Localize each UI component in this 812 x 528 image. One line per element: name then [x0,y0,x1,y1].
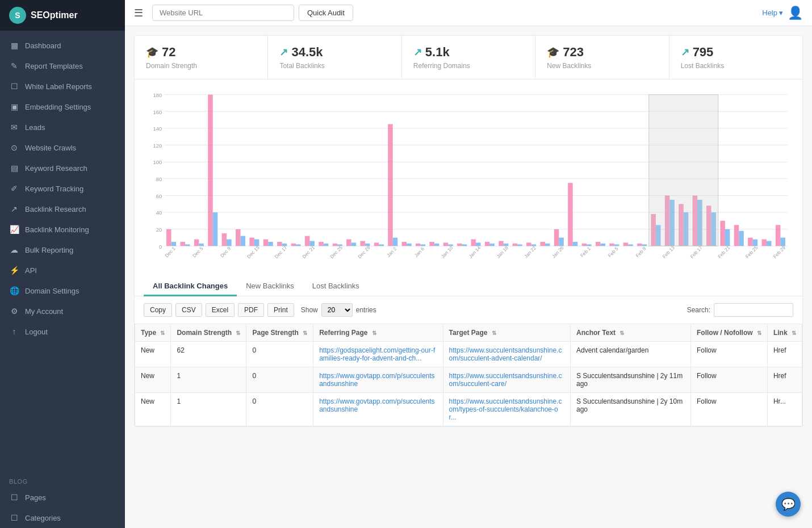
svg-text:Jan 6: Jan 6 [413,246,426,258]
excel-button[interactable]: Excel [206,303,235,317]
svg-rect-80 [582,244,587,246]
sort-icon-page-strength: ⇅ [303,330,307,336]
tab-new-backlinks[interactable]: New Backlinks [237,277,303,296]
my-account-icon: ⚙ [9,307,19,316]
th-type[interactable]: Type ⇅ [135,324,171,342]
stat-new-backlinks: 🎓 723 New Backlinks [535,36,669,79]
quick-audit-button[interactable]: Quick Audit [299,5,353,21]
th-page-strength[interactable]: Page Strength ⇅ [246,324,313,342]
target-page-link[interactable]: https://www.succulentsandsunshine.com/su… [449,346,564,362]
th-referring-page[interactable]: Referring Page ⇅ [313,324,443,342]
website-crawls-icon: ⊙ [9,143,19,152]
svg-rect-22 [180,242,185,246]
pdf-button[interactable]: PDF [238,303,264,317]
sidebar-item-report-templates[interactable]: ✎Report Templates [0,56,125,76]
th-link[interactable]: Link ⇅ [767,324,802,342]
svg-rect-107 [767,241,772,246]
total-backlinks-icon: ↗ [279,46,288,58]
target-page-link[interactable]: https://www.succulentsandsunshine.com/su… [449,372,564,388]
sidebar-item-logout[interactable]: ↑Logout [0,321,125,342]
svg-rect-72 [526,242,531,246]
th-follow-nofollow[interactable]: Follow / Nofollow ⇅ [690,324,767,342]
sidebar-item-keyword-tracking[interactable]: ✐Keyword Tracking [0,178,125,199]
sidebar-item-white-label-reports[interactable]: ☐White Label Reports [0,76,125,97]
th-target-page[interactable]: Target Page ⇅ [443,324,570,342]
sidebar-item-embedding-settings[interactable]: ▣Embedding Settings [0,97,125,117]
tab-lost-backlinks[interactable]: Lost Backlinks [303,277,369,296]
sidebar-item-api[interactable]: ⚡API [0,260,125,280]
sidebar-item-bulk-reporting[interactable]: ☁Bulk Reporting [0,240,125,260]
svg-text:Feb 21: Feb 21 [717,245,731,259]
domain-settings-icon: 🌐 [9,286,19,295]
sort-icon-target-page: ⇅ [492,330,496,336]
url-input[interactable] [152,5,294,21]
stat-referring-domains: ↗ 5.1k Referring Domains [402,36,535,79]
sidebar-item-my-account[interactable]: ⚙My Account [0,301,125,321]
sidebar-item-dashboard[interactable]: ▦Dashboard [0,35,125,56]
svg-text:Dec 5: Dec 5 [191,245,204,258]
sidebar-item-website-crawls[interactable]: ⊙Website Crawls [0,137,125,158]
target-page-link[interactable]: https://www.succulentsandsunshine.com/ty… [449,397,564,421]
sidebar-item-pages[interactable]: ☐Pages [0,487,125,508]
sidebar-item-domain-settings[interactable]: 🌐Domain Settings [0,280,125,301]
svg-rect-108 [776,225,781,246]
sidebar-label-bulk-reporting: Bulk Reporting [25,246,73,254]
sidebar-label-my-account: My Account [25,307,63,316]
svg-text:Jan 10: Jan 10 [440,245,454,259]
chat-bubble[interactable]: 💬 [776,492,801,517]
new-backlinks-value: 723 [563,45,584,60]
csv-button[interactable]: CSV [175,303,202,317]
logo[interactable]: S SEOptimer [0,0,125,31]
referring-page-link[interactable]: https://godspacelight.com/getting-our-fa… [319,346,437,362]
sidebar-label-keyword-research: Keyword Research [25,164,87,173]
hamburger-icon[interactable]: ☰ [134,7,143,19]
svg-rect-87 [628,244,633,246]
lost-backlinks-label: Lost Backlinks [681,62,791,70]
content-area: 🎓 72 Domain Strength ↗ 34.5k Total Backl… [125,26,812,528]
svg-text:Feb 29: Feb 29 [772,245,786,259]
svg-rect-109 [780,238,785,246]
copy-button[interactable]: Copy [144,303,172,317]
svg-rect-38 [291,244,296,246]
svg-rect-104 [748,238,753,246]
entries-select[interactable]: 2050100 [321,303,353,317]
sidebar-item-backlink-monitoring[interactable]: 📈Backlink Monitoring [0,219,125,240]
th-domain-strength[interactable]: Domain Strength ⇅ [171,324,246,342]
svg-text:Dec 25: Dec 25 [329,245,344,259]
user-icon[interactable]: 👤 [788,6,803,20]
referring-domains-icon: ↗ [413,46,422,58]
th-anchor-text[interactable]: Anchor Text ⇅ [570,324,690,342]
svg-text:Feb 13: Feb 13 [662,245,676,259]
sidebar-item-keyword-research[interactable]: ▤Keyword Research [0,158,125,178]
svg-rect-36 [277,242,282,246]
type-cell: New [141,346,154,354]
tab-all-backlink-changes[interactable]: All Backlink Changes [144,277,237,296]
help-button[interactable]: Help ▾ [762,9,783,17]
svg-text:0: 0 [159,243,162,249]
entries-label: entries [356,306,376,314]
table-row: New10https://www.govtapp.com/p/succulent… [135,367,802,393]
backlinks-table: Type ⇅Domain Strength ⇅Page Strength ⇅Re… [135,324,802,426]
domain-strength-label: Domain Strength [146,62,256,70]
svg-rect-106 [761,239,767,246]
svg-text:Jan 26: Jan 26 [551,245,565,259]
sidebar-item-categories[interactable]: ☐Categories [0,508,125,528]
print-button[interactable]: Print [267,303,294,317]
page-strength-cell: 0 [252,397,256,405]
sidebar-item-backlink-research[interactable]: ↗Backlink Research [0,199,125,219]
sidebar-item-leads[interactable]: ✉Leads [0,117,125,137]
table-search-input[interactable] [714,303,793,317]
sidebar-label-embedding-settings: Embedding Settings [25,103,91,111]
domain-strength-icon: 🎓 [146,46,158,58]
svg-rect-78 [568,183,573,246]
svg-rect-59 [434,244,440,246]
svg-rect-79 [573,242,578,246]
svg-text:Feb 25: Feb 25 [744,245,759,259]
svg-rect-101 [725,229,730,246]
sidebar-label-white-label-reports: White Label Reports [25,82,92,91]
main-content: ☰ Quick Audit Help ▾ 👤 🎓 72 Domain Stren… [125,0,812,528]
svg-rect-26 [208,95,213,246]
referring-page-link[interactable]: https://www.govtapp.com/p/succulentsands… [319,372,437,388]
svg-rect-29 [227,239,232,246]
referring-page-link[interactable]: https://www.govtapp.com/p/succulentsands… [319,397,437,413]
